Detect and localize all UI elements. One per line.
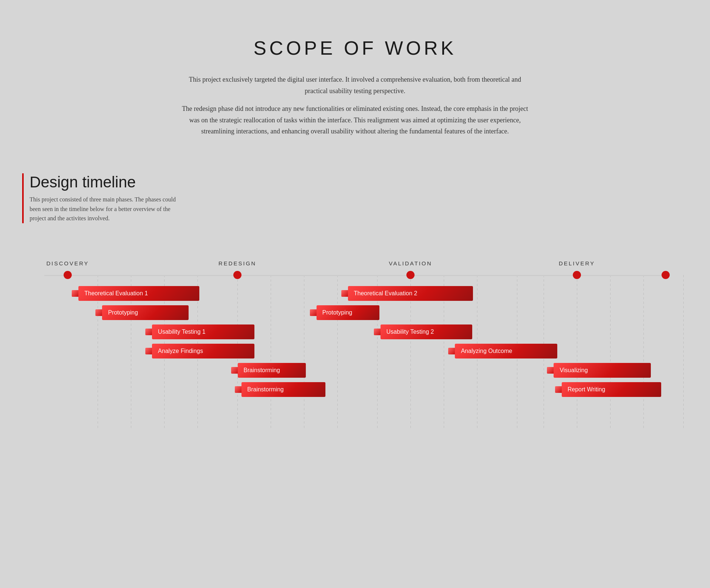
timeline-section: Design timeline This project consisted o… — [0, 151, 710, 445]
section-heading-wrapper: Design timeline This project consisted o… — [22, 173, 185, 223]
phase-dot-discovery — [64, 271, 72, 279]
task-bar: Analyze Findings — [152, 344, 254, 358]
task-bar-label: Usability Testing 1 — [158, 329, 206, 335]
task-bar-label: Brainstorming — [247, 386, 284, 393]
task-bar-label: Report Writing — [568, 386, 605, 393]
task-bar: Prototyping — [317, 305, 379, 320]
task-bar: Visualizing — [554, 363, 651, 378]
task-bar: Report Writing — [562, 382, 662, 397]
header-section: SCOPE OF WORK This project exclusively t… — [0, 22, 710, 151]
task-bar: Analyzing Outcome — [455, 344, 557, 358]
task-bar: Brainstorming — [238, 363, 306, 378]
task-bar-label: Visualizing — [559, 367, 588, 374]
v-line — [337, 275, 338, 430]
phase-label-redesign: REDESIGN — [219, 260, 256, 266]
task-bar: Prototyping — [102, 305, 189, 320]
task-bar-label: Prototyping — [108, 309, 138, 316]
description-paragraph-1: This project exclusively targeted the di… — [178, 74, 532, 96]
page-title: SCOPE OF WORK — [178, 37, 532, 59]
phase-label-discovery: DISCOVERY — [46, 260, 89, 266]
timeline-chart: DISCOVERYREDESIGNVALIDATIONDELIVERYTheor… — [22, 253, 688, 430]
task-bar-label: Prototyping — [322, 309, 352, 316]
v-line — [304, 275, 304, 430]
task-bar: Usability Testing 1 — [152, 324, 254, 339]
task-bar: Brainstorming — [241, 382, 325, 397]
v-line — [271, 275, 271, 430]
section-heading: Design timeline — [30, 173, 185, 191]
phase-label-delivery: DELIVERY — [559, 260, 595, 266]
task-bar-label: Brainstorming — [244, 367, 280, 374]
timeline-line — [44, 275, 666, 276]
v-line — [577, 275, 577, 430]
v-line — [643, 275, 644, 430]
phase-dot-redesign — [233, 271, 241, 279]
v-line — [610, 275, 611, 430]
task-bar-label: Analyze Findings — [158, 348, 203, 354]
phase-dot-delivery — [573, 271, 581, 279]
task-bar: Theoretical Evaluation 2 — [348, 286, 473, 301]
task-bar-label: Analyzing Outcome — [461, 348, 512, 354]
task-bar-label: Theoretical Evaluation 2 — [354, 290, 417, 297]
task-bar: Usability Testing 2 — [381, 324, 473, 339]
section-subtext: This project consisted of three main pha… — [30, 195, 185, 223]
task-bar-label: Theoretical Evaluation 1 — [84, 290, 148, 297]
phase-label-validation: VALIDATION — [389, 260, 432, 266]
task-bar: Theoretical Evaluation 1 — [78, 286, 199, 301]
v-line — [683, 275, 684, 430]
page-container: SCOPE OF WORK This project exclusively t… — [0, 0, 710, 588]
task-bar-label: Usability Testing 2 — [386, 329, 434, 335]
phase-dot-validation — [406, 271, 415, 279]
description-paragraph-2: The redesign phase did not introduce any… — [178, 103, 532, 137]
phase-dot-end — [662, 271, 670, 279]
